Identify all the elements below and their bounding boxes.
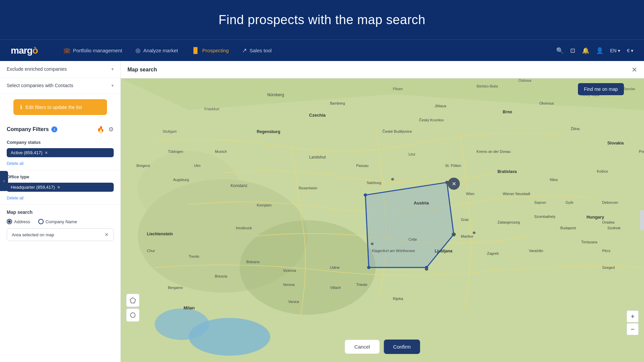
company-name-radio-label[interactable]: Company Name [38,219,77,224]
company-status-title: Company status [7,140,114,145]
area-selected-text: Area selected on map [12,232,54,237]
company-filters-header: Company Filters i 🔥 ⚙ [0,120,120,136]
nav-item-prospecting-label: Prospecting [202,48,229,53]
circle-draw-tool[interactable] [126,308,140,322]
map-zoom-controls: + − [627,310,639,335]
hero-title: Find prospects with the map search [219,13,426,27]
map-search-title: Map search [7,209,114,215]
nav-item-analyze-label: Analyze market [143,48,178,53]
edit-filters-text: Edit filters to update the list [25,105,82,110]
svg-point-12 [391,178,394,181]
company-status-delete-all[interactable]: Delete all [7,161,114,166]
cancel-button[interactable]: Cancel [344,340,380,354]
nav-right: 🔍 ⊡ 🔔 👤 EN ▾ € ▾ [556,47,633,54]
map-svg [121,78,644,362]
contacts-chevron-icon: ▾ [111,83,114,88]
svg-point-15 [425,267,428,270]
right-edge-tab [640,210,644,230]
svg-point-5 [155,308,209,340]
settings-icon[interactable]: ⚙ [108,126,114,133]
office-type-delete-all[interactable]: Delete all [7,196,114,200]
company-filters-info-icon: i [51,126,57,132]
radio-group: Address Company Name [7,219,114,224]
svg-point-3 [138,151,240,227]
map-background[interactable]: Nürnberg Frankfurt Stuttgart Bamberg Pil… [121,78,644,362]
sidebar: Exclude enriched companies ▾ Select comp… [0,61,121,362]
confirm-button[interactable]: Confirm [384,340,420,354]
map-header: Map search ✕ [121,61,644,78]
office-type-section: Office type Headquarter (859,417) ✕ Dele… [0,170,120,205]
draw-tools [126,294,140,322]
map-close-button[interactable]: ✕ [632,66,637,74]
edit-filters-button[interactable]: ℹ Edit filters to update the list [13,99,107,115]
company-filters-label: Company Filters [7,126,49,132]
prospecting-icon: ▐▌ [192,47,200,54]
office-type-title: Office type [7,174,114,179]
bell-icon[interactable]: 🔔 [582,47,589,54]
nav-items: 💼 Portfolio management ◎ Analyze market … [58,44,556,57]
company-filters-actions: 🔥 ⚙ [97,126,114,133]
lang-chevron-icon: ▾ [618,48,620,53]
exclude-chevron-icon: ▾ [111,66,114,72]
active-status-tag: Active (859,417) ✕ [7,148,114,157]
zoom-in-button[interactable]: + [627,310,639,322]
user-icon[interactable]: 👤 [596,47,603,54]
nav-logo[interactable]: margò [11,45,38,56]
find-me-on-map-button[interactable]: Find me on map [578,83,624,95]
currency-selector[interactable]: € ▾ [627,48,633,53]
map-title: Map search [127,67,157,73]
hero-banner: Find prospects with the map search [0,0,644,40]
address-radio-text: Address [14,219,30,224]
currency-chevron-icon: ▾ [631,48,633,53]
top-filters-section: Exclude enriched companies ▾ Select comp… [0,61,120,94]
analyze-icon: ◎ [136,47,141,54]
svg-point-19 [130,313,135,317]
svg-marker-18 [130,298,136,303]
company-name-radio-button[interactable] [38,219,44,224]
exclude-enriched-label: Exclude enriched companies [7,66,67,72]
currency-label: € [627,48,630,53]
active-tag-label: Active (859,417) [11,150,43,155]
polygon-draw-tool[interactable] [126,294,140,307]
map-panel: Map search ✕ [121,61,644,362]
svg-point-16 [473,232,475,234]
nav-item-portfolio-label: Portfolio management [73,48,122,53]
company-filters-title: Company Filters i [7,126,57,132]
bookmark-icon[interactable]: ⊡ [570,47,575,54]
select-contacts-filter[interactable]: Select companies with Contacts ▾ [0,77,120,94]
select-contacts-label: Select companies with Contacts [7,83,73,88]
map-search-section: Map search Address Company Name Area sel… [0,205,120,246]
exclude-enriched-filter[interactable]: Exclude enriched companies ▾ [0,61,120,77]
headquarter-tag-close-icon[interactable]: ✕ [57,185,60,190]
search-icon[interactable]: 🔍 [556,47,564,54]
active-tag-close-icon[interactable]: ✕ [45,150,48,155]
headquarter-tag-label: Headquarter (859,417) [11,185,55,190]
polygon-close-marker[interactable]: ✕ [448,178,460,190]
address-radio-label[interactable]: Address [7,219,30,224]
company-status-section: Company status Active (859,417) ✕ Delete… [0,136,120,170]
svg-point-2 [240,220,376,315]
collapse-icon: ‹ [3,179,5,183]
area-selected-close-icon[interactable]: ✕ [105,232,109,237]
nav-item-prospecting[interactable]: ▐▌ Prospecting [186,45,234,57]
portfolio-icon: 💼 [63,47,70,54]
zoom-out-button[interactable]: − [627,323,639,335]
nav-item-sales[interactable]: ↗ Sales tool [237,44,277,57]
main-layout: Exclude enriched companies ▾ Select comp… [0,61,644,362]
info-icon: ℹ [20,104,22,110]
map-action-buttons: Cancel Confirm [344,340,420,354]
sales-icon: ↗ [242,47,247,54]
flame-icon[interactable]: 🔥 [97,126,104,133]
collapse-sidebar-button[interactable]: ‹ [0,171,8,191]
address-radio-button[interactable] [7,219,12,224]
polygon-close-icon: ✕ [452,181,456,187]
nav-item-portfolio[interactable]: 💼 Portfolio management [58,44,128,57]
lang-selector[interactable]: EN ▾ [610,48,620,53]
svg-point-14 [371,243,374,245]
svg-point-7 [364,193,367,196]
company-name-radio-text: Company Name [46,219,77,224]
nav-item-sales-label: Sales tool [250,48,272,53]
lang-label: EN [610,48,616,53]
svg-point-11 [367,266,370,269]
nav-item-analyze[interactable]: ◎ Analyze market [130,44,183,57]
